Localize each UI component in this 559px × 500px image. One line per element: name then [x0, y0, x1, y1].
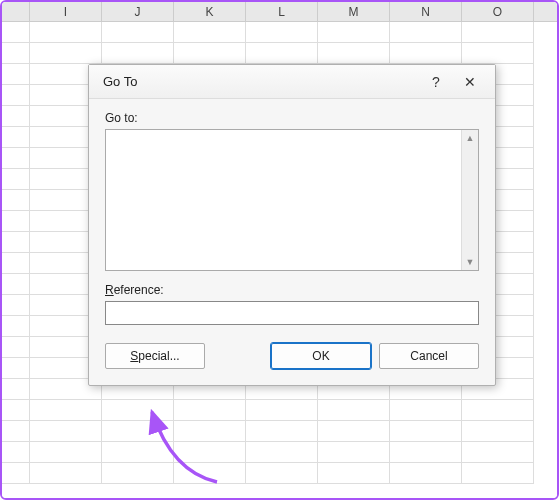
col-header[interactable]: N — [390, 2, 462, 21]
cancel-button[interactable]: Cancel — [379, 343, 479, 369]
col-header[interactable]: I — [30, 2, 102, 21]
column-headers: I J K L M N O — [2, 2, 557, 22]
col-header[interactable]: J — [102, 2, 174, 21]
close-icon: ✕ — [464, 74, 476, 90]
scrollbar[interactable]: ▲ ▼ — [461, 130, 478, 270]
dialog-title: Go To — [103, 74, 419, 89]
scroll-down-icon[interactable]: ▼ — [466, 256, 475, 268]
help-button[interactable]: ? — [419, 69, 453, 95]
ok-button[interactable]: OK — [271, 343, 371, 369]
col-header[interactable]: K — [174, 2, 246, 21]
col-header[interactable]: L — [246, 2, 318, 21]
dialog-titlebar[interactable]: Go To ? ✕ — [89, 65, 495, 99]
goto-label: Go to: — [105, 111, 479, 125]
col-header[interactable]: O — [462, 2, 534, 21]
special-button[interactable]: Special... — [105, 343, 205, 369]
col-header-partial[interactable] — [2, 2, 30, 21]
goto-dialog: Go To ? ✕ Go to: ▲ ▼ Reference: Special.… — [88, 64, 496, 386]
reference-label: Reference: — [105, 283, 479, 297]
col-header[interactable]: M — [318, 2, 390, 21]
goto-listbox[interactable]: ▲ ▼ — [105, 129, 479, 271]
close-button[interactable]: ✕ — [453, 69, 487, 95]
scroll-up-icon[interactable]: ▲ — [466, 132, 475, 144]
reference-input[interactable] — [105, 301, 479, 325]
